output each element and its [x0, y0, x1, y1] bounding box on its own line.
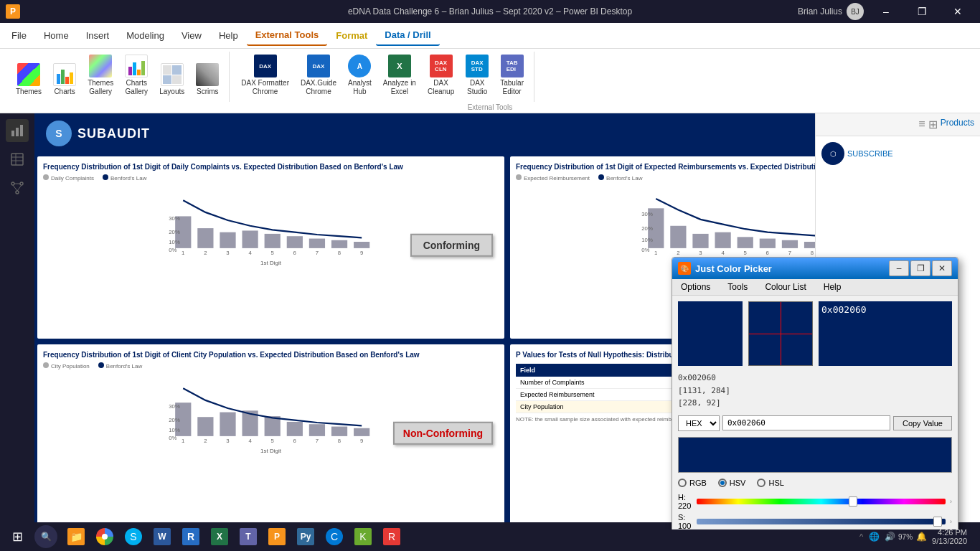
window-controls[interactable]: – ❐ ✕: [870, 0, 974, 23]
ribbon-layouts[interactable]: Layouts: [155, 60, 189, 99]
radio-hsl[interactable]: HSL: [757, 479, 783, 487]
taskbar-keepass[interactable]: K: [350, 524, 376, 550]
restore-button[interactable]: ❐: [905, 0, 938, 23]
taskbar-cortana[interactable]: C: [321, 524, 347, 550]
right-panel-list-icon[interactable]: ≡: [918, 118, 925, 131]
menu-format[interactable]: Format: [327, 26, 376, 45]
taskbar-file-explorer[interactable]: 📁: [63, 524, 89, 550]
dialog-menu-colour-list[interactable]: Colour List: [756, 279, 814, 295]
taskbar-python[interactable]: Py: [293, 524, 319, 550]
tray-notification[interactable]: 🔔: [915, 530, 928, 543]
svg-text:4: 4: [248, 438, 252, 444]
dialog-close-btn[interactable]: ✕: [932, 260, 952, 276]
chart1-xaxis-label: 1st Digit: [43, 260, 499, 266]
menu-modeling[interactable]: Modeling: [118, 26, 173, 45]
themes-label: Themes: [16, 88, 42, 96]
search-button[interactable]: 🔍: [34, 525, 57, 548]
ribbon-charts-gallery[interactable]: ChartsGallery: [121, 52, 152, 99]
ribbon-themes-gallery[interactable]: ThemesGallery: [83, 52, 118, 99]
svg-text:20%: 20%: [169, 417, 180, 423]
ribbon-tabular-editor[interactable]: TABEDI TabularEditor: [496, 52, 528, 99]
radio-hsv[interactable]: HSV: [718, 479, 746, 487]
tray-volume[interactable]: 🔊: [883, 530, 896, 543]
user-info: Brian Julius BJ: [798, 3, 864, 20]
taskbar-skype[interactable]: S: [121, 524, 146, 550]
battery-percent: 97%: [898, 533, 913, 541]
dialog-menu-options[interactable]: Options: [672, 279, 719, 295]
ribbon: Themes Charts: [0, 49, 980, 113]
app-icon: P: [6, 4, 20, 19]
menu-bar: File Home Insert Modeling View Help Exte…: [0, 23, 980, 49]
dialog-app-icon: 🎨: [678, 262, 691, 275]
taskbar-chrome[interactable]: [92, 524, 118, 550]
menu-data-drill[interactable]: Data / Drill: [376, 25, 439, 46]
nonconforming-badge: Non-Conforming: [393, 422, 493, 445]
ribbon-scrims[interactable]: Scrims: [192, 60, 223, 99]
crosshair-vertical: [781, 302, 781, 365]
dialog-menu: Options Tools Colour List Help: [672, 279, 958, 296]
chart-daily-complaints: Frequency Distribution of 1st Digit of D…: [37, 156, 504, 339]
ribbon-analyze-excel[interactable]: X Analyze inExcel: [379, 52, 420, 99]
dialog-title-text: 🎨 Just Color Picker: [678, 262, 772, 275]
charts-gallery-label: ChartsGallery: [125, 79, 148, 96]
chart3-legend-1: City Population: [51, 363, 90, 369]
dialog-title-label: Just Color Picker: [695, 263, 772, 274]
menu-home[interactable]: Home: [35, 26, 77, 45]
analyze-excel-label: Analyze inExcel: [383, 79, 416, 96]
ribbon-daxguide[interactable]: DAX DAX.GuideChrome: [296, 52, 341, 99]
taskbar-r[interactable]: R: [178, 524, 204, 550]
svg-text:6: 6: [766, 250, 769, 256]
svg-text:1: 1: [182, 250, 184, 256]
format-select[interactable]: HEX RGB HSV: [678, 415, 720, 431]
sidebar-table-view[interactable]: [6, 148, 29, 171]
ribbon-dax-cleanup[interactable]: DAXCLN DAXCleanup: [423, 52, 458, 99]
ribbon-dax-studio[interactable]: DAXSTD DAXStudio: [461, 52, 493, 99]
s-slider-thumb[interactable]: [933, 517, 942, 527]
clock[interactable]: 4:26 PM 9/13/2020: [932, 528, 967, 545]
taskbar-overflow[interactable]: ^: [859, 532, 863, 541]
h-slider-thumb[interactable]: [849, 496, 857, 507]
ribbon-charts[interactable]: Charts: [49, 60, 80, 99]
dialog-minimize-btn[interactable]: –: [889, 260, 909, 276]
right-panel-grid-icon[interactable]: ⊞: [928, 118, 938, 131]
taskbar-powerbi[interactable]: P: [264, 524, 290, 550]
start-button[interactable]: ⊞: [3, 522, 32, 551]
taskbar-word[interactable]: W: [149, 524, 175, 550]
dialog-menu-tools[interactable]: Tools: [719, 279, 756, 295]
ribbon-dax-formatter[interactable]: DAX DAX FormatterChrome: [237, 52, 293, 99]
hex-input-field[interactable]: [722, 415, 890, 430]
hsv-label: HSV: [730, 479, 746, 487]
subscribe-text[interactable]: SUBSCRIBE: [847, 149, 893, 158]
taskbar-red-app[interactable]: R: [379, 524, 405, 550]
h-slider-track[interactable]: [697, 499, 946, 504]
s-arrow-right: ›: [950, 518, 952, 525]
svg-text:2: 2: [677, 250, 679, 256]
chart3-legend-2: Benford's Law: [106, 363, 142, 369]
s-slider-row: S: 100 ›: [678, 513, 952, 529]
ribbon-analyst-hub[interactable]: A AnalystHub: [344, 52, 376, 99]
copy-value-button[interactable]: Copy Value: [893, 416, 952, 430]
close-button[interactable]: ✕: [941, 0, 974, 23]
taskbar-excel[interactable]: X: [207, 524, 232, 550]
sidebar-model-view[interactable]: [6, 176, 29, 199]
s-slider-track[interactable]: [697, 519, 946, 524]
menu-file[interactable]: File: [3, 26, 35, 45]
sidebar-report-view[interactable]: [6, 119, 29, 142]
tray-network[interactable]: 🌐: [867, 530, 880, 543]
dialog-menu-help[interactable]: Help: [815, 279, 850, 295]
menu-view[interactable]: View: [173, 26, 210, 45]
chart3-xaxis-label: 1st Digit: [43, 448, 499, 454]
ribbon-themes[interactable]: Themes: [11, 60, 46, 99]
menu-help[interactable]: Help: [210, 26, 247, 45]
svg-text:3: 3: [699, 250, 702, 256]
dialog-restore-btn[interactable]: ❐: [910, 260, 930, 276]
menu-insert[interactable]: Insert: [77, 26, 118, 45]
menu-external-tools[interactable]: External Tools: [247, 25, 328, 46]
radio-rgb[interactable]: RGB: [678, 479, 707, 487]
taskbar-teams[interactable]: T: [235, 524, 261, 550]
ribbon-group-2: DAX DAX FormatterChrome DAX DAX.GuideChr…: [231, 52, 534, 102]
s-label: S: 100: [678, 513, 692, 529]
right-panel-products-label[interactable]: Products: [941, 118, 974, 131]
minimize-button[interactable]: –: [870, 0, 903, 23]
hsv-radio-circle: [718, 479, 727, 487]
